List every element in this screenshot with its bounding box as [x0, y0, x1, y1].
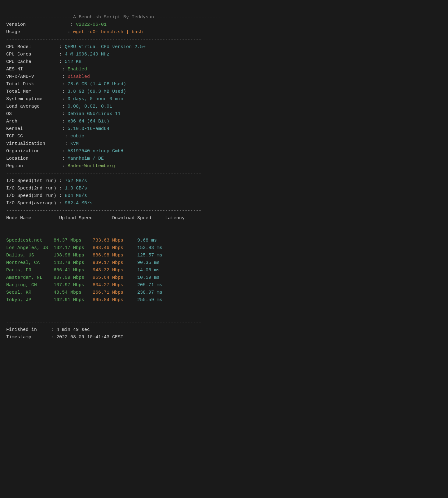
net-header-node: Node Name: [6, 216, 31, 221]
list-item: Los Angeles, US: [6, 245, 54, 251]
cpu-cache-label: CPU Cache: [6, 59, 31, 64]
location-value: Mannheim / DE: [68, 156, 104, 161]
aes-value: Enabled: [68, 67, 87, 72]
cpu-cores-label: CPU Cores: [6, 52, 31, 57]
io-avg-value: 962.4 MB/s: [65, 201, 93, 206]
mem-label: Total Mem: [6, 89, 31, 94]
tcp-label: TCP CC: [6, 134, 23, 139]
cpu-model-label: CPU Model: [6, 44, 31, 50]
io-run2-value: 1.3 GB/s: [65, 186, 87, 191]
footer-content: ----------------------------------------…: [6, 319, 285, 341]
network-rows: Speedtest.net 84.37 Mbps 733.63 Mbps 9.6…: [6, 237, 285, 304]
list-item: Paris, FR: [6, 268, 54, 273]
io-run1-label: I/O Speed(1st run): [6, 178, 56, 184]
list-item: Montreal, CA: [6, 260, 54, 265]
load-value: 0.08, 0.02, 0.01: [68, 104, 112, 109]
kernel-value: 5.10.0-16-amd64: [68, 126, 109, 131]
divider-3: ----------------------------------------…: [6, 208, 201, 213]
io-run1-value: 752 MB/s: [65, 178, 87, 184]
version-label: Version: [6, 22, 26, 27]
disk-label: Total Disk: [6, 82, 34, 87]
io-run2-label: I/O Speed(2nd run): [6, 186, 56, 191]
aes-label: AES-NI: [6, 67, 23, 72]
cpu-cache-value: 512 KB: [65, 59, 81, 64]
vmx-value: Disabled: [68, 74, 90, 79]
list-item: Tokyo, JP: [6, 297, 54, 303]
list-item: Dallas, US: [6, 253, 54, 258]
usage-colon: :: [20, 29, 73, 35]
usage-label: Usage: [6, 29, 20, 35]
list-item: Seoul, KR: [6, 290, 54, 295]
kernel-label: Kernel: [6, 126, 23, 131]
org-value: AS197540 netcup GmbH: [68, 149, 123, 154]
tcp-value: cubic: [70, 134, 84, 139]
org-label: Organization: [6, 149, 40, 154]
divider-1: ----------------------------------------…: [6, 37, 201, 42]
uptime-label: System uptime: [6, 96, 42, 102]
terminal-output: ----------------------- A Bench.sh Scrip…: [6, 6, 285, 349]
io-run3-value: 804 MB/s: [65, 193, 87, 198]
load-label: Load average: [6, 104, 40, 109]
header-divider-top: ----------------------- A Bench.sh Scrip…: [6, 15, 221, 20]
os-value: Debian GNU/Linux 11: [68, 111, 121, 117]
timestamp-value: 2022-08-09 10:41:43 CEST: [56, 335, 123, 340]
vmx-label: VM-x/AMD-V: [6, 74, 34, 79]
net-header-latency: Latency: [165, 216, 185, 221]
io-run3-label: I/O Speed(3rd run): [6, 193, 56, 198]
network-table: Speedtest.net 84.37 Mbps 733.63 Mbps 9.6…: [6, 237, 285, 304]
region-label: Region: [6, 163, 23, 169]
virt-label: Virtualization: [6, 141, 45, 146]
finished-label: Finished in: [6, 327, 37, 332]
list-item: Nanjing, CN: [6, 282, 54, 288]
list-item: Amsterdam, NL: [6, 275, 54, 280]
arch-label: Arch: [6, 119, 17, 124]
net-header-download: Download Speed: [112, 216, 151, 221]
cpu-model-value: QEMU Virtual CPU version 2.5+: [65, 44, 146, 50]
list-item: Speedtest.net: [6, 238, 54, 243]
disk-value: 78.6 GB (1.4 GB Used): [68, 82, 126, 87]
os-label: OS: [6, 111, 12, 117]
terminal-content: ----------------------- A Bench.sh Scrip…: [6, 14, 285, 222]
uptime-value: 0 days, 0 hour 0 min: [68, 96, 123, 102]
io-avg-label: I/O Speed(average): [6, 201, 56, 206]
timestamp-label: Timestamp: [6, 335, 31, 340]
arch-value: x86_64 (64 Bit): [68, 119, 109, 124]
net-header-upload: Upload Speed: [59, 216, 93, 221]
mem-value: 3.8 GB (69.3 MB Used): [68, 89, 126, 94]
location-label: Location: [6, 156, 29, 161]
finished-value: 4 min 49 sec: [56, 327, 90, 332]
usage-value: wget -qO- bench.sh | bash: [73, 29, 143, 35]
cpu-cores-value: 4 @ 1996.249 MHz: [65, 52, 109, 57]
region-value: Baden-Wurttemberg: [68, 163, 115, 169]
version-value: v2022-06-01: [76, 22, 107, 27]
version-colon: :: [26, 22, 76, 27]
divider-4: ----------------------------------------…: [6, 320, 201, 325]
divider-2: ----------------------------------------…: [6, 171, 201, 176]
virt-value: KVM: [70, 141, 79, 146]
